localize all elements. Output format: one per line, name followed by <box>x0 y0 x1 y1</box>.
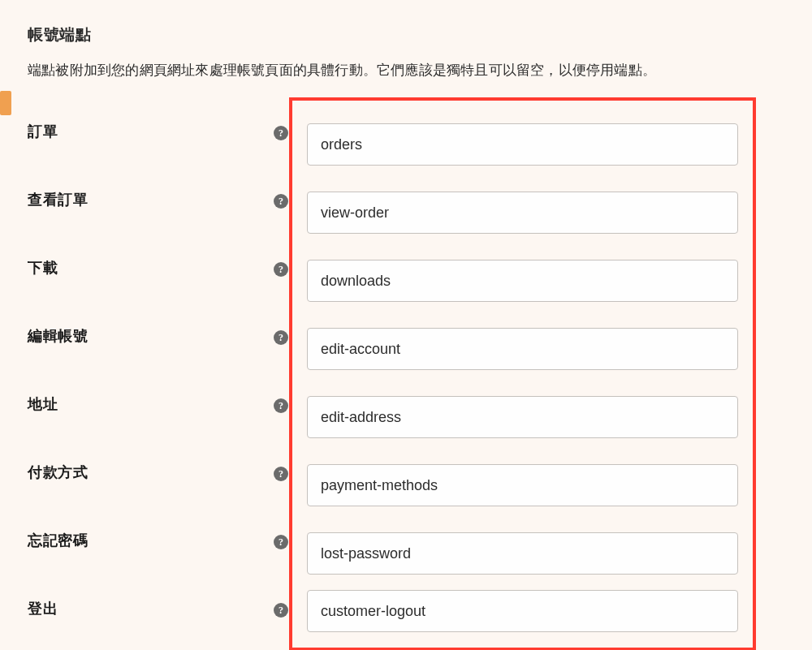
endpoint-label-downloads: 下載 <box>28 258 239 278</box>
endpoint-row-edit-address: 地址 ? <box>307 383 738 451</box>
endpoint-label-payment-methods: 付款方式 <box>28 463 239 482</box>
endpoint-row-orders: 訂單 ? <box>307 110 738 179</box>
endpoint-input-view-order[interactable] <box>307 192 738 234</box>
help-icon[interactable]: ? <box>274 467 288 481</box>
left-accent-bar <box>0 91 11 115</box>
endpoint-row-edit-account: 編輯帳號 ? <box>307 315 738 383</box>
help-icon[interactable]: ? <box>274 194 288 209</box>
section-description: 端點被附加到您的網頁網址來處理帳號頁面的具體行動。它們應該是獨特且可以留空，以便… <box>28 61 784 80</box>
settings-content: 帳號端點 端點被附加到您的網頁網址來處理帳號頁面的具體行動。它們應該是獨特且可以… <box>0 0 812 650</box>
endpoint-row-payment-methods: 付款方式 ? <box>307 451 738 519</box>
endpoint-row-customer-logout: 登出 ? <box>307 588 738 639</box>
endpoint-row-downloads: 下載 ? <box>307 247 738 315</box>
endpoint-input-orders[interactable] <box>307 123 738 166</box>
endpoint-input-edit-account[interactable] <box>307 328 738 370</box>
endpoint-label-edit-address: 地址 <box>28 394 239 414</box>
endpoint-label-view-order: 查看訂單 <box>28 190 239 209</box>
help-icon[interactable]: ? <box>274 398 288 413</box>
endpoint-row-view-order: 查看訂單 ? <box>307 179 738 247</box>
endpoint-input-lost-password[interactable] <box>307 532 738 575</box>
help-icon[interactable]: ? <box>274 126 288 140</box>
endpoint-label-customer-logout: 登出 <box>28 599 239 618</box>
endpoint-input-edit-address[interactable] <box>307 396 738 438</box>
endpoint-input-payment-methods[interactable] <box>307 464 738 506</box>
endpoint-row-lost-password: 忘記密碼 ? <box>307 519 738 588</box>
section-title: 帳號端點 <box>28 24 784 45</box>
help-icon[interactable]: ? <box>274 262 288 277</box>
endpoint-label-edit-account: 編輯帳號 <box>28 326 239 346</box>
endpoint-input-customer-logout[interactable] <box>307 590 738 632</box>
endpoint-input-downloads[interactable] <box>307 260 738 302</box>
endpoint-label-orders: 訂單 <box>28 122 239 141</box>
help-icon[interactable]: ? <box>274 603 288 618</box>
help-icon[interactable]: ? <box>274 535 288 549</box>
endpoints-highlight-box: 訂單 ? 查看訂單 ? 下載 ? 編輯帳號 ? 地址 ? 付款方式 ? <box>289 97 756 650</box>
help-icon[interactable]: ? <box>274 330 288 345</box>
endpoint-label-lost-password: 忘記密碼 <box>28 531 239 550</box>
